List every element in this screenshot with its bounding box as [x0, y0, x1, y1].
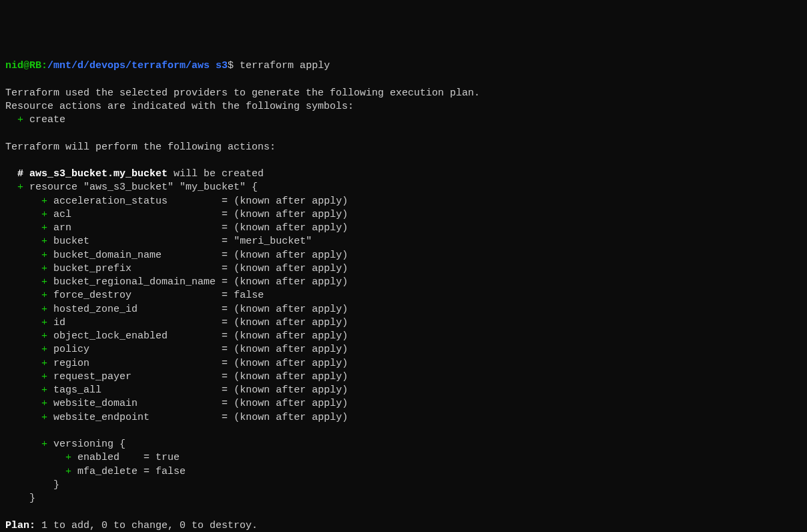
- block-attr-value: false: [156, 466, 186, 477]
- attr-name: website_domain: [53, 398, 138, 409]
- attr-equals: =: [222, 290, 228, 301]
- attr-plus: +: [41, 412, 47, 423]
- attr-plus: +: [41, 196, 47, 207]
- attr-plus: +: [41, 317, 47, 328]
- attr-plus: +: [41, 330, 47, 342]
- terminal-output[interactable]: nid@RB:/mnt/d/devops/terraform/aws s3$ t…: [5, 59, 802, 532]
- attr-name: bucket_domain_name: [53, 250, 162, 261]
- attr-name: id: [53, 317, 65, 328]
- intro-line-1: Terraform used the selected providers to…: [5, 87, 480, 99]
- attr-name: tags_all: [53, 384, 101, 396]
- attr-name: request_payer: [53, 371, 131, 382]
- attr-plus: +: [41, 209, 47, 220]
- attr-plus: +: [41, 236, 47, 247]
- attr-plus: +: [41, 358, 47, 369]
- attr-value: (known after apply): [234, 384, 348, 396]
- attr-name: bucket_regional_domain_name: [53, 276, 216, 288]
- resource-decl: resource "aws_s3_bucket" "my_bucket" {: [29, 182, 258, 193]
- attr-name: force_destroy: [53, 290, 131, 301]
- resource-plus: +: [17, 182, 23, 193]
- attr-value: "meri_bucket": [234, 236, 312, 247]
- attr-plus: +: [41, 344, 47, 355]
- attr-plus: +: [41, 398, 47, 409]
- block-name: versioning {: [53, 439, 125, 450]
- prompt-symbol: $: [228, 60, 234, 71]
- block-attr-value: true: [156, 452, 180, 463]
- attr-value: (known after apply): [234, 250, 348, 261]
- attr-value: (known after apply): [234, 344, 348, 355]
- resource-comment-name: aws_s3_bucket.my_bucket: [29, 168, 168, 180]
- block-attr-equals: =: [144, 452, 150, 463]
- attr-plus: +: [41, 290, 47, 301]
- attr-equals: =: [222, 317, 228, 328]
- create-label: create: [29, 114, 65, 125]
- attr-value: false: [234, 290, 264, 301]
- attr-plus: +: [41, 222, 47, 234]
- attr-plus: +: [41, 263, 47, 274]
- intro-line-2: Resource actions are indicated with the …: [5, 101, 354, 112]
- attr-value: (known after apply): [234, 263, 348, 274]
- attr-value: (known after apply): [234, 196, 348, 207]
- prompt-user-host: nid@RB: [5, 60, 41, 71]
- attr-equals: =: [222, 384, 228, 396]
- prompt-line: nid@RB:/mnt/d/devops/terraform/aws s3$ t…: [5, 60, 330, 71]
- attr-value: (known after apply): [234, 304, 348, 315]
- attr-plus: +: [41, 250, 47, 261]
- attr-name: acl: [53, 209, 71, 220]
- attr-equals: =: [222, 371, 228, 382]
- prompt-separator: :: [41, 60, 47, 71]
- attr-name: bucket_prefix: [53, 263, 131, 274]
- attr-equals: =: [222, 412, 228, 423]
- attr-plus: +: [41, 276, 47, 288]
- attr-name: hosted_zone_id: [53, 304, 138, 315]
- attr-plus: +: [41, 371, 47, 382]
- actions-header: Terraform will perform the following act…: [5, 142, 276, 153]
- attr-value: (known after apply): [234, 209, 348, 220]
- attr-equals: =: [222, 344, 228, 355]
- resource-comment-prefix: #: [17, 168, 23, 180]
- block-attr-plus: +: [65, 452, 71, 463]
- attr-value: (known after apply): [234, 222, 348, 234]
- attr-name: website_endpoint: [53, 412, 150, 423]
- attr-equals: =: [222, 276, 228, 288]
- resource-attributes: + acceleration_status = (known after app…: [5, 196, 348, 423]
- plan-label: Plan:: [5, 520, 35, 531]
- attr-name: arn: [53, 222, 71, 234]
- attr-value: (known after apply): [234, 276, 348, 288]
- attr-equals: =: [222, 358, 228, 369]
- create-symbol: +: [17, 114, 23, 125]
- attr-equals: =: [222, 222, 228, 234]
- prompt-path: /mnt/d/devops/terraform/aws s3: [47, 60, 228, 71]
- block-attr-name: mfa_delete: [77, 466, 138, 477]
- attr-value: (known after apply): [234, 412, 348, 423]
- attr-name: bucket: [53, 236, 89, 247]
- attr-equals: =: [222, 398, 228, 409]
- block-plus: +: [41, 439, 47, 450]
- command-text: terraform apply: [240, 60, 330, 71]
- attr-equals: =: [222, 304, 228, 315]
- attr-equals: =: [222, 196, 228, 207]
- attr-plus: +: [41, 384, 47, 396]
- attr-value: (known after apply): [234, 317, 348, 328]
- resource-close-brace: }: [29, 493, 35, 504]
- attr-equals: =: [222, 236, 228, 247]
- attr-name: region: [53, 358, 89, 369]
- resource-comment-suffix: will be created: [168, 168, 264, 180]
- attr-plus: +: [41, 304, 47, 315]
- block-attr-plus: +: [65, 466, 71, 477]
- attr-name: policy: [53, 344, 89, 355]
- block-close-brace: }: [5, 479, 59, 491]
- attr-equals: =: [222, 209, 228, 220]
- attr-value: (known after apply): [234, 358, 348, 369]
- attr-name: acceleration_status: [53, 196, 168, 207]
- attr-equals: =: [222, 263, 228, 274]
- block-attr-equals: =: [144, 466, 150, 477]
- plan-text: 1 to add, 0 to change, 0 to destroy.: [35, 520, 258, 531]
- attr-value: (known after apply): [234, 398, 348, 409]
- attr-value: (known after apply): [234, 371, 348, 382]
- attr-name: object_lock_enabled: [53, 330, 168, 342]
- attr-equals: =: [222, 330, 228, 342]
- block-attr-name: enabled: [77, 452, 119, 463]
- attr-value: (known after apply): [234, 330, 348, 342]
- attr-equals: =: [222, 250, 228, 261]
